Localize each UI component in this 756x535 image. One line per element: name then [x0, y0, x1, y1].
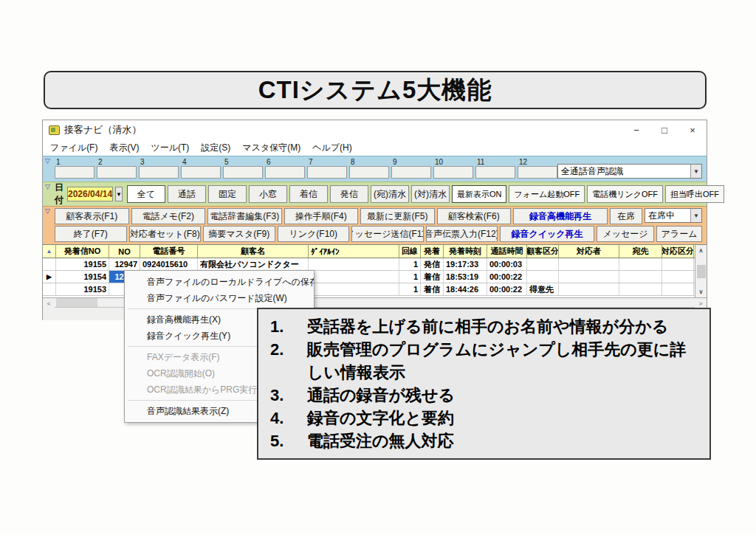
line-col: 11: [475, 158, 515, 179]
line-button-11[interactable]: [475, 166, 515, 179]
cell-duration: 00:00:22: [487, 283, 527, 295]
cell-destination: [619, 271, 662, 283]
table-row[interactable]: 19155 12947 0924015610 有限会社パソコンドクター 1 発信…: [43, 258, 707, 271]
line-number-label: 4: [181, 158, 221, 166]
phone-dictionary-edit-button[interactable]: 電話辞書編集(F3): [207, 208, 282, 224]
customer-search-button[interactable]: 顧客検索(F6): [437, 208, 512, 224]
line-button-1[interactable]: [55, 166, 94, 179]
date-field[interactable]: 2026/04/14: [67, 187, 113, 201]
latest-display-toggle[interactable]: 最新表示ON: [452, 185, 507, 203]
agent-set-button[interactable]: 対応者セット(F8): [129, 226, 202, 242]
scroll-up-icon[interactable]: ∧: [695, 245, 707, 256]
line-button-3[interactable]: [139, 166, 179, 179]
advanced-playback-button[interactable]: 録音高機能再生: [513, 208, 608, 224]
refresh-button[interactable]: 最新に更新(F5): [360, 208, 435, 224]
phone-link-toggle[interactable]: 電話機リンクOFF: [587, 185, 663, 203]
window-titlebar: 接客ナビ（清水） − □ ×: [43, 120, 707, 139]
line-button-7[interactable]: [307, 166, 347, 179]
form-launch-toggle[interactable]: フォーム起動OFF: [509, 185, 585, 203]
date-dropdown-icon[interactable]: ▼: [115, 187, 123, 201]
annotation-box: 1. 受話器を上げる前に相手のお名前や情報が分かる 2. 販売管理のプログラムに…: [257, 308, 711, 460]
filter-small-window-button[interactable]: 小窓: [249, 185, 287, 203]
cell-line: 1: [399, 258, 421, 270]
filter-to-shimizu-button[interactable]: (宛)清水: [371, 185, 409, 203]
row-selector: [43, 283, 56, 295]
col-header-duration[interactable]: 通話時間: [487, 245, 527, 258]
vertical-scrollbar[interactable]: ∧ ∨: [695, 245, 707, 297]
close-button[interactable]: ×: [684, 125, 701, 136]
menu-item-audio-password[interactable]: 音声ファイルのパスワード設定(W): [125, 290, 314, 306]
presence-combo[interactable]: 在席中 ▼: [645, 208, 702, 223]
presence-button[interactable]: 在席: [610, 208, 642, 224]
col-header-dialin[interactable]: ﾀﾞｲｱﾙｲﾝ: [309, 245, 399, 258]
filter-incoming-button[interactable]: 着信: [289, 185, 328, 203]
col-header-line[interactable]: 回線: [399, 245, 421, 258]
col-header-customer-type[interactable]: 顧客区分: [527, 245, 559, 258]
line-button-6[interactable]: [265, 166, 305, 179]
voice-slip-entry-button[interactable]: 音声伝票入力(F12): [426, 226, 498, 242]
menu-master-maintenance[interactable]: マスタ保守(M): [242, 142, 300, 154]
menu-tools[interactable]: ツール(T): [151, 142, 189, 154]
vertical-scroll-thumb[interactable]: [697, 265, 706, 278]
line-number-label: 3: [139, 158, 179, 166]
alarm-button[interactable]: アラーム: [656, 226, 702, 242]
col-header-call-no[interactable]: 発着信NO: [56, 245, 109, 258]
annotation-text: 録音の文字化と要約: [307, 407, 701, 429]
scroll-down-icon[interactable]: ∨: [695, 286, 707, 297]
message-button[interactable]: メッセージ: [597, 226, 654, 242]
line-button-10[interactable]: [433, 166, 473, 179]
maximize-button[interactable]: □: [656, 125, 673, 136]
menubar: ファイル(F) 表示(V) ツール(T) 設定(S) マスタ保守(M) ヘルプ(…: [43, 139, 707, 156]
operation-procedure-button[interactable]: 操作手順(F4): [284, 208, 359, 224]
line-button-5[interactable]: [223, 166, 263, 179]
cell-direction: 着信: [421, 283, 444, 295]
line-button-4[interactable]: [181, 166, 221, 179]
line-button-9[interactable]: [391, 166, 431, 179]
menu-view[interactable]: 表示(V): [109, 142, 139, 154]
customer-display-button[interactable]: 顧客表示(F1): [55, 208, 129, 224]
exit-button[interactable]: 終了(F7): [55, 226, 127, 242]
cell-time: 18:44:26: [444, 283, 487, 295]
line-number-label: 10: [433, 158, 473, 166]
minimize-button[interactable]: −: [628, 125, 645, 136]
chevron-down-icon[interactable]: ▼: [690, 165, 701, 178]
col-header-agent[interactable]: 対応者: [559, 245, 619, 258]
window-title: 接客ナビ（清水）: [64, 123, 142, 137]
send-message-button[interactable]: メッセージ送信(F11): [351, 226, 424, 242]
col-header-time[interactable]: 発着時刻: [444, 245, 487, 258]
filter-all-button[interactable]: 全て: [127, 185, 165, 203]
col-header-destination[interactable]: 宛先: [619, 245, 662, 258]
horizontal-scroll-thumb[interactable]: [56, 298, 97, 307]
section-marker-icon: ▽: [45, 207, 50, 215]
line-number-label: 8: [349, 158, 389, 166]
line-number-label: 5: [223, 158, 263, 166]
summary-master-button[interactable]: 摘要マスタ(F9): [203, 226, 275, 242]
voice-recognition-combo[interactable]: 全通話音声認識 ▼: [557, 164, 702, 179]
annotation-item: 5. 電話受注の無人対応: [270, 429, 701, 452]
line-button-12[interactable]: [518, 166, 557, 179]
section-marker-icon: ▽: [45, 183, 50, 190]
line-button-2[interactable]: [97, 166, 137, 179]
filter-fixed-button[interactable]: 固定: [208, 185, 247, 203]
filter-outgoing-button[interactable]: 発信: [330, 185, 368, 203]
col-header-phone[interactable]: 電話番号: [140, 245, 198, 258]
phone-memo-button[interactable]: 電話メモ(F2): [131, 208, 206, 224]
col-header-customer[interactable]: 顧客名: [198, 245, 309, 258]
menu-file[interactable]: ファイル(F): [50, 142, 97, 154]
menu-item-save-audio-local[interactable]: 音声ファイルのローカルドライブへの保存(V): [125, 274, 314, 290]
scroll-left-icon[interactable]: <: [43, 298, 55, 309]
col-header-status[interactable]: 対応区分: [662, 245, 694, 258]
filter-call-button[interactable]: 通話: [168, 185, 206, 203]
cell-duration: 00:00:22: [487, 271, 527, 283]
staff-call-toggle[interactable]: 担当呼出OFF: [665, 185, 724, 203]
filter-by-shimizu-button[interactable]: (対)清水: [411, 185, 450, 203]
line-button-8[interactable]: [349, 166, 389, 179]
chevron-down-icon[interactable]: ▼: [690, 209, 701, 222]
col-header-no[interactable]: NO: [109, 245, 140, 258]
menu-settings[interactable]: 設定(S): [201, 142, 230, 154]
date-label: 日付: [55, 182, 63, 207]
menu-help[interactable]: ヘルプ(H): [312, 142, 352, 154]
quick-playback-button[interactable]: 録音クイック再生: [500, 226, 594, 242]
col-header-direction[interactable]: 発着: [421, 245, 444, 258]
link-button[interactable]: リンク(F10): [278, 226, 350, 242]
